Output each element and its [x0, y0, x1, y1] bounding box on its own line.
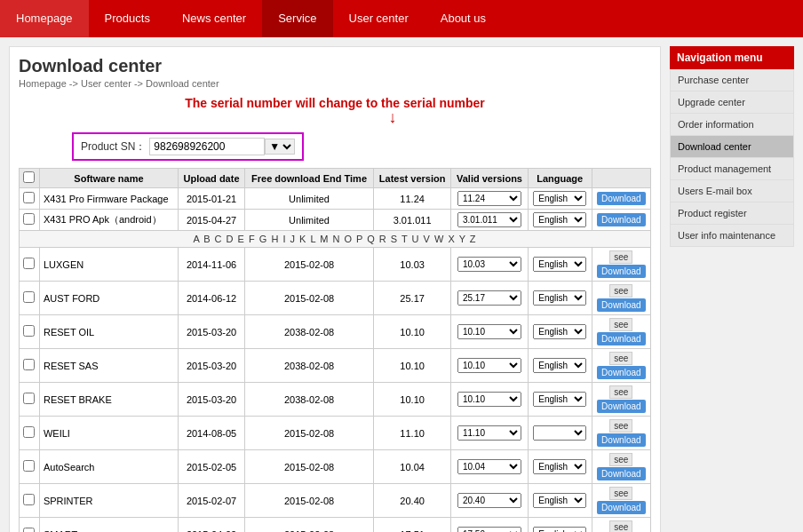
row-checkbox-5[interactable]: [23, 359, 35, 370]
sidebar-item-7[interactable]: User info maintenance: [670, 225, 794, 247]
lang-select-8[interactable]: English: [533, 459, 586, 474]
action-cell-8: see Download: [596, 453, 647, 480]
col-upload-date: Upload date: [179, 169, 245, 188]
valid-select-0[interactable]: 11.24: [457, 191, 521, 206]
lang-select-0[interactable]: English: [533, 191, 586, 206]
see-btn-3[interactable]: see: [609, 284, 632, 298]
col-latest: Latest version: [374, 169, 451, 188]
latest-5: 10.10: [374, 349, 451, 383]
nav-homepage[interactable]: Homepage: [0, 0, 89, 37]
sidebar-item-3[interactable]: Download center: [670, 136, 794, 158]
see-btn-5[interactable]: see: [609, 352, 632, 365]
free-end-6: 2038-02-08: [245, 383, 374, 417]
sidebar-item-6[interactable]: Product register: [670, 202, 794, 225]
upload-date-8: 2015-02-05: [179, 450, 245, 484]
lang-select-5[interactable]: English: [533, 358, 586, 373]
nav-user-center[interactable]: User center: [333, 0, 425, 37]
upload-date-2: 2014-11-06: [179, 248, 245, 282]
row-checkbox-10[interactable]: [23, 528, 35, 532]
upload-date-6: 2015-03-20: [179, 383, 245, 417]
download-btn-6[interactable]: Download: [597, 400, 645, 413]
latest-4: 10.10: [374, 315, 451, 349]
valid-select-1[interactable]: 3.01.011: [457, 212, 521, 227]
content-area: Download center Homepage -> User center …: [9, 46, 661, 532]
latest-0: 11.24: [374, 188, 451, 210]
sidebar-item-1[interactable]: Upgrade center: [670, 91, 794, 114]
nav-products[interactable]: Products: [89, 0, 166, 37]
sidebar-item-5[interactable]: Users E-mail box: [670, 180, 794, 202]
valid-select-2[interactable]: 10.03: [457, 257, 521, 272]
free-end-5: 2038-02-08: [245, 349, 374, 383]
nav-news-center[interactable]: News center: [166, 0, 262, 37]
lang-select-1[interactable]: English: [533, 212, 586, 227]
free-end-7: 2015-02-08: [245, 417, 374, 450]
download-btn-9[interactable]: Download: [597, 501, 645, 514]
download-btn-2[interactable]: Download: [597, 265, 645, 278]
see-btn-9[interactable]: see: [609, 487, 632, 500]
free-end-3: 2015-02-08: [245, 282, 374, 315]
download-btn-0[interactable]: Download: [597, 192, 645, 205]
valid-select-3[interactable]: 25.17: [457, 290, 521, 306]
valid-select-10[interactable]: 17.50: [457, 527, 521, 532]
col-software-name: Software name: [39, 169, 178, 188]
free-end-10: 2015-02-08: [245, 518, 374, 533]
sidebar-item-0[interactable]: Purchase center: [670, 69, 794, 91]
nav-about-us[interactable]: About us: [425, 0, 502, 37]
download-btn-4[interactable]: Download: [597, 332, 645, 345]
see-btn-2[interactable]: see: [609, 250, 632, 264]
software-name-0: X431 Pro Firmware Package: [39, 188, 178, 210]
download-btn-7[interactable]: Download: [597, 433, 645, 447]
software-table: Software name Upload date Free download …: [19, 168, 651, 532]
row-checkbox-6[interactable]: [23, 393, 35, 404]
free-end-0: Unlimited: [245, 188, 374, 210]
see-btn-7[interactable]: see: [609, 419, 632, 433]
see-btn-6[interactable]: see: [609, 385, 632, 399]
action-cell-6: see Download: [596, 385, 647, 413]
latest-10: 17.51: [374, 518, 451, 533]
sidebar-item-2[interactable]: Order information: [670, 114, 794, 136]
table-row: RESET OIL 2015-03-20 2038-02-08 10.10 10…: [20, 315, 651, 349]
lang-select-9[interactable]: English: [533, 493, 586, 508]
see-btn-4[interactable]: see: [609, 318, 632, 331]
download-btn-1[interactable]: Download: [597, 213, 645, 226]
product-sn-input[interactable]: [149, 138, 265, 155]
action-cell-5: see Download: [596, 352, 647, 379]
valid-select-9[interactable]: 20.40: [457, 493, 521, 508]
row-checkbox-4[interactable]: [23, 325, 35, 337]
see-btn-8[interactable]: see: [609, 453, 632, 466]
download-btn-3[interactable]: Download: [597, 298, 645, 312]
select-all-checkbox[interactable]: [23, 171, 35, 183]
download-btn-5[interactable]: Download: [597, 366, 645, 379]
table-row: AUST FORD 2014-06-12 2015-02-08 25.17 25…: [20, 282, 651, 315]
free-end-2: 2015-02-08: [245, 248, 374, 282]
row-checkbox-2[interactable]: [23, 258, 35, 269]
product-sn-select[interactable]: ▼: [265, 139, 295, 155]
download-btn-8[interactable]: Download: [597, 467, 645, 480]
row-checkbox-7[interactable]: [23, 426, 35, 438]
action-cell-2: see Download: [596, 250, 647, 278]
valid-select-8[interactable]: 10.04: [457, 459, 521, 474]
nav-service[interactable]: Service: [262, 0, 332, 37]
software-name-1: X431 PRO Apk（android）: [39, 210, 178, 231]
sidebar-item-4[interactable]: Product management: [670, 158, 794, 180]
row-checkbox-3[interactable]: [23, 291, 35, 303]
see-btn-10[interactable]: see: [609, 520, 632, 532]
valid-select-6[interactable]: 10.10: [457, 392, 521, 407]
free-end-4: 2038-02-08: [245, 315, 374, 349]
row-checkbox-0[interactable]: [23, 192, 35, 203]
valid-select-5[interactable]: 10.10: [457, 358, 521, 373]
lang-select-7[interactable]: [533, 425, 586, 441]
lang-select-4[interactable]: English: [533, 324, 586, 339]
lang-select-3[interactable]: English: [533, 290, 586, 306]
main-wrapper: Download center Homepage -> User center …: [0, 37, 803, 532]
product-sn-label: Product SN：: [81, 139, 146, 155]
row-checkbox-9[interactable]: [23, 494, 35, 505]
lang-select-6[interactable]: English: [533, 392, 586, 407]
lang-select-2[interactable]: English: [533, 257, 586, 272]
valid-select-4[interactable]: 10.10: [457, 324, 521, 339]
latest-7: 11.10: [374, 417, 451, 450]
lang-select-10[interactable]: English: [533, 527, 586, 532]
row-checkbox-8[interactable]: [23, 460, 35, 472]
valid-select-7[interactable]: 11.10: [457, 425, 521, 441]
row-checkbox-1[interactable]: [23, 213, 35, 225]
